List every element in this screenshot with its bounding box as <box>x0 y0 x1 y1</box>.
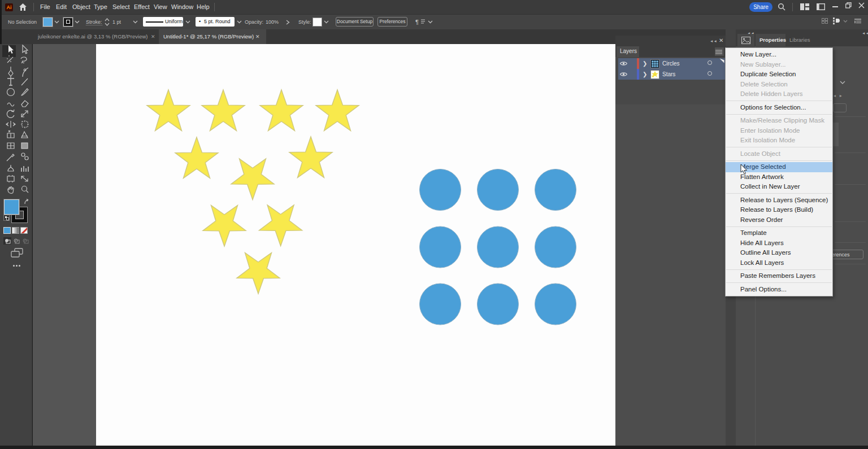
svg-text:¶: ¶ <box>415 19 419 25</box>
